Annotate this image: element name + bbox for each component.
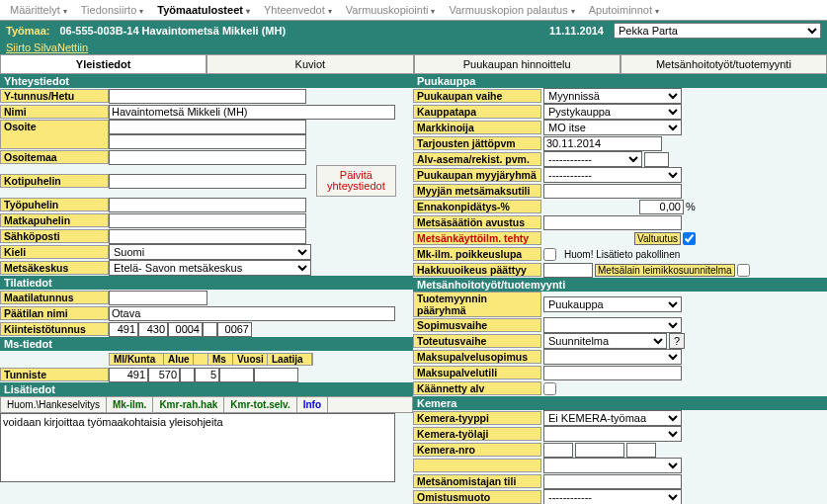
osoite-label: Osoite	[0, 120, 109, 149]
menu-varmuuskopion-palautus[interactable]: Varmuuskopion palautus ▾	[443, 2, 580, 18]
kem-gap: .	[413, 459, 541, 472]
user-select[interactable]: Pekka Parta	[614, 23, 821, 39]
menu-tyomaatulosteet[interactable]: Työmaatulosteet ▾	[151, 2, 256, 18]
osoite2-input[interactable]	[109, 134, 306, 149]
tyopuhelin-input[interactable]	[109, 198, 306, 212]
menu-aputoiminnot[interactable]: Aputoiminnot ▾	[583, 2, 665, 18]
tarj-label: Tarjousten jättöpvm	[413, 136, 541, 150]
hakk-check[interactable]	[737, 264, 750, 277]
kiint-4[interactable]	[203, 322, 217, 337]
nimi-input[interactable]	[109, 105, 395, 120]
tarj-input[interactable]	[543, 136, 662, 151]
enna-input[interactable]	[639, 200, 684, 214]
menu-yhteenvedot[interactable]: Yhteenvedot ▾	[258, 2, 338, 18]
maksup-select[interactable]	[543, 349, 682, 365]
ms-3[interactable]	[180, 368, 195, 382]
kemnro-label: Kemera-nro	[413, 443, 541, 457]
tab-metsanhoitotyot[interactable]: Metsänhoitotyöt/tuotemyynti	[620, 54, 827, 74]
mtili-input[interactable]	[543, 184, 682, 199]
subtab-mkilm[interactable]: Mk-ilm.	[107, 397, 153, 412]
kemtili-input[interactable]	[543, 474, 682, 489]
subtab-huom[interactable]: Huom.\Hankeselvitys	[1, 397, 107, 412]
ytunnus-input[interactable]	[109, 89, 306, 104]
kotipuhelin-label: Kotipuhelin	[0, 174, 109, 188]
valtuutus-label: Valtuutus	[634, 232, 681, 245]
kemmuoto-select[interactable]: ------------	[543, 489, 682, 504]
menu-varmuuskopiointi[interactable]: Varmuuskopiointi ▾	[340, 2, 442, 18]
menu-tiedonsiirto[interactable]: Tiedonsiirto ▾	[75, 2, 150, 18]
sopimus-select[interactable]	[543, 317, 682, 333]
ms-2[interactable]	[148, 368, 180, 382]
maksut-label: Maksupalvelutili	[413, 366, 541, 379]
kiint-2[interactable]	[138, 322, 168, 337]
kemlaji-select[interactable]	[543, 426, 682, 442]
menu-maarittelyt[interactable]: Määrittelyt ▾	[4, 2, 73, 18]
avustus-input[interactable]	[543, 215, 682, 230]
paatila-input[interactable]	[109, 306, 395, 321]
paaryhma-select[interactable]: Puukauppa	[543, 296, 682, 312]
metsakeskus-select[interactable]: Etelä- Savon metsäkeskus	[109, 260, 311, 276]
ms-5[interactable]	[219, 368, 254, 382]
subtab-info[interactable]: Info	[297, 397, 328, 412]
toteutus-select[interactable]: Suunnitelma	[543, 333, 667, 349]
kotipuhelin-input[interactable]	[109, 174, 306, 189]
matkapuhelin-label: Matkapuhelin	[0, 213, 109, 227]
paaryhma-label: Tuotemyynnin pääryhmä	[413, 292, 541, 317]
menubar: Määrittelyt ▾ Tiedonsiirto ▾ Työmaatulos…	[0, 0, 827, 21]
osoitemaa-label: Osoitemaa	[0, 150, 109, 164]
markk-label: Markkinoija	[413, 121, 541, 134]
tunniste-label: Tunniste	[0, 368, 109, 381]
kieli-select[interactable]: Suomi	[109, 244, 311, 260]
myyj-select[interactable]: ------------	[543, 167, 682, 183]
kaann-check[interactable]	[543, 382, 556, 395]
kem-gap-select[interactable]	[543, 458, 682, 473]
maatila-input[interactable]	[109, 291, 207, 305]
kemlaji-label: Kemera-työlaji	[413, 427, 541, 441]
osoitemaa-input[interactable]	[109, 150, 306, 165]
mstiedot-header: Ms-tiedot	[0, 337, 413, 351]
lisatiedot-header: Lisätiedot	[0, 382, 413, 396]
vaihe-label: Puukaupan vaihe	[413, 89, 541, 103]
kiint-3[interactable]	[168, 322, 203, 337]
kemtyyppi-select[interactable]: Ei KEMERA-työmaa	[543, 410, 682, 426]
header-row: Työmaa: 06-555-003B-14 Havaintometsä Mik…	[0, 21, 827, 41]
kemnro1[interactable]	[543, 443, 573, 458]
sahkoposti-input[interactable]	[109, 229, 306, 244]
lisatiedot-textarea[interactable]	[0, 413, 395, 482]
mkp-check[interactable]	[543, 248, 556, 261]
alv-select[interactable]: ------------	[543, 151, 642, 167]
tab-puukaupan-hinnoittelu[interactable]: Puukaupan hinnoittelu	[414, 54, 620, 74]
ms-1[interactable]	[109, 368, 148, 382]
kemnro2[interactable]	[575, 443, 624, 458]
ms-6[interactable]	[254, 368, 298, 382]
tab-yleistiedot[interactable]: Yleistiedot	[0, 54, 207, 74]
alv-extra[interactable]	[644, 152, 669, 167]
paivita-button[interactable]: Päivitäyhteystiedot	[316, 165, 396, 197]
subtab-kmrtot[interactable]: Kmr-tot.selv.	[224, 397, 296, 412]
kemnro3[interactable]	[626, 443, 656, 458]
sahkoposti-label: Sähköposti	[0, 229, 109, 243]
maksut-input[interactable]	[543, 366, 682, 380]
tapa-label: Kauppatapa	[413, 105, 541, 119]
valtuutus-check[interactable]	[683, 232, 696, 245]
kiint-5[interactable]	[217, 322, 252, 337]
subtab-kmrrah[interactable]: Kmr-rah.hak	[153, 397, 224, 412]
hakk-input[interactable]	[543, 263, 593, 278]
kemera-header: Kemera	[413, 396, 827, 410]
siirto-link[interactable]: Siirto SilvaNettiin	[0, 41, 827, 54]
maatila-label: Maatilatunnus	[0, 291, 109, 304]
matkapuhelin-input[interactable]	[109, 213, 306, 228]
osoite1-input[interactable]	[109, 120, 306, 134]
tilatiedot-header: Tilatiedot	[0, 276, 413, 290]
kieli-label: Kieli	[0, 245, 109, 259]
tapa-select[interactable]: Pystykauppa	[543, 104, 682, 120]
toteutus-help[interactable]: ?	[669, 333, 685, 349]
markk-select[interactable]: MO itse	[543, 120, 682, 135]
vaihe-select[interactable]: Myynnissä	[543, 88, 682, 104]
kemmuoto-label: Omistusmuoto	[413, 490, 541, 504]
main-tabs: Yleistiedot Kuviot Puukaupan hinnoittelu…	[0, 54, 827, 74]
tab-kuviot[interactable]: Kuviot	[207, 54, 413, 74]
ms-4[interactable]	[195, 368, 219, 382]
kiint-1[interactable]	[109, 322, 138, 337]
maksup-label: Maksupalvelusopimus	[413, 350, 541, 364]
